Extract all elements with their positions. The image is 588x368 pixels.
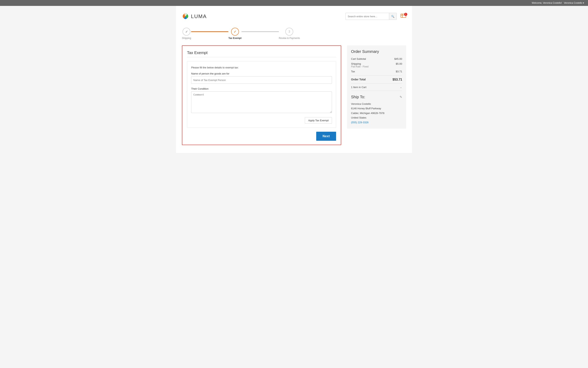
logo-text: LUMA — [191, 13, 207, 19]
ship-country: United States — [351, 115, 402, 120]
step-line-2 — [242, 31, 279, 32]
name-input[interactable] — [191, 76, 332, 84]
tax-row: Tax $3.71 — [351, 70, 402, 73]
step-tax-exempt: ✓ Tax Exempt — [228, 28, 241, 39]
shipping-sublabel: Flat Rate - Fixed — [351, 65, 369, 68]
search-input[interactable] — [346, 15, 389, 18]
ship-to-header: Ship To: ✎ — [351, 95, 402, 99]
logo[interactable]: LUMA — [182, 13, 207, 20]
cart-subtotal-value: $45.00 — [394, 57, 402, 60]
apply-tax-exempt-button[interactable]: Apply Tax Exempt — [305, 117, 332, 124]
ship-address-line2: Calder, Michigan 49628-7978 — [351, 111, 402, 115]
step-circle-shipping: ✓ — [183, 28, 190, 36]
next-button[interactable]: Next — [316, 132, 336, 141]
cart-items-row[interactable]: 1 Item in Cart ⌄ — [351, 83, 402, 91]
user-menu[interactable]: Veronica Costello ▾ — [564, 1, 584, 4]
section-title: Tax Exempt — [187, 51, 336, 57]
ship-address-line1: 6146 Honey Bluff Parkway — [351, 106, 402, 111]
step-line-1 — [191, 31, 229, 32]
order-total-value: $53.71 — [392, 78, 402, 81]
ship-address: Veronica Costello 6146 Honey Bluff Parkw… — [351, 102, 402, 125]
cart-items-label: 1 Item in Cart — [351, 86, 366, 89]
step-label-tax-exempt: Tax Exempt — [228, 37, 241, 39]
welcome-text: Welcome, Veronica Costello! — [532, 1, 562, 4]
order-summary-sidebar: Order Summary Cart Subtotal $45.00 Shipp… — [347, 46, 406, 129]
cart-icon[interactable]: 1 — [401, 14, 406, 19]
checkout-stepper: ✓ Shipping ✓ Tax Exempt 3 Review & Payme… — [182, 28, 300, 39]
tax-form-inner: Please fill the below details to exempt … — [187, 61, 336, 128]
ship-to-title: Ship To: — [351, 95, 365, 99]
tax-label: Tax — [351, 70, 355, 73]
step-circle-tax-exempt: ✓ — [231, 28, 239, 36]
header: LUMA 🔍 1 — [182, 10, 406, 24]
summary-divider — [351, 75, 402, 75]
search-button[interactable]: 🔍 — [389, 13, 396, 20]
search-bar: 🔍 — [345, 13, 397, 20]
cart-subtotal-label: Cart Subtotal — [351, 57, 366, 60]
name-form-group: Name of person the goods are for — [191, 72, 332, 84]
content-layout: Tax Exempt Please fill the below details… — [182, 46, 406, 145]
header-right: 🔍 1 — [345, 13, 406, 20]
cart-subtotal-row: Cart Subtotal $45.00 — [351, 57, 402, 60]
condition-textarea[interactable] — [191, 92, 332, 113]
ship-name: Veronica Costello — [351, 102, 402, 106]
order-summary-title: Order Summary — [351, 49, 402, 54]
form-description: Please fill the below details to exempt … — [191, 66, 332, 69]
ship-to-section: Ship To: ✎ Veronica Costello 6146 Honey … — [351, 95, 402, 125]
cart-badge: 1 — [404, 13, 407, 16]
order-total-label: Order Total — [351, 78, 366, 81]
step-label-shipping: Shipping — [182, 37, 191, 39]
page-wrapper: LUMA 🔍 1 ✓ Shipping — [176, 6, 412, 153]
edit-icon[interactable]: ✎ — [400, 95, 402, 99]
top-bar: Welcome, Veronica Costello! Veronica Cos… — [0, 0, 588, 6]
shipping-value: $5.00 — [396, 62, 402, 68]
step-circle-review: 3 — [285, 28, 293, 36]
order-total-row: Order Total $53.71 — [351, 78, 402, 81]
tax-value: $3.71 — [396, 70, 402, 73]
tax-exempt-section: Tax Exempt Please fill the below details… — [182, 46, 341, 145]
step-review-payments: 3 Review & Payments — [279, 28, 300, 39]
condition-label: Their Condition — [191, 87, 332, 90]
logo-icon — [182, 13, 189, 20]
shipping-label: Shipping Flat Rate - Fixed — [351, 62, 369, 68]
name-label: Name of person the goods are for — [191, 72, 332, 75]
ship-phone: (555) 229-3326 — [351, 120, 402, 125]
shipping-row: Shipping Flat Rate - Fixed $5.00 — [351, 62, 402, 68]
step-label-review: Review & Payments — [279, 37, 300, 39]
next-btn-row: Next — [187, 132, 336, 141]
step-shipping: ✓ Shipping — [182, 28, 191, 39]
chevron-down-icon: ⌄ — [400, 85, 402, 89]
condition-form-group: Their Condition — [191, 87, 332, 114]
apply-btn-row: Apply Tax Exempt — [191, 117, 332, 124]
